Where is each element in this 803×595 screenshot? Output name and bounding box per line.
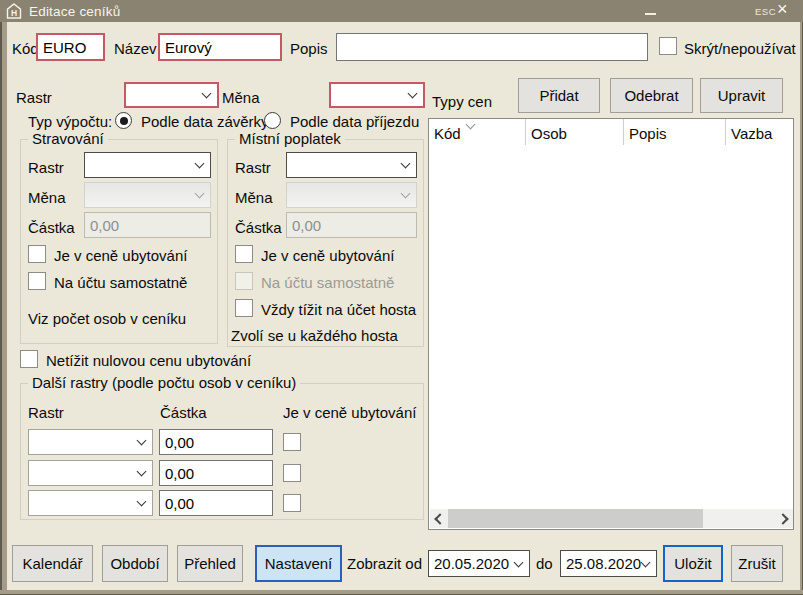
table-header-vazba[interactable]: Vazba [731,125,772,142]
titlebar: H Editace ceníků [0,0,803,22]
stravovani-title: Stravování [28,130,108,147]
zrusit-button[interactable]: Zrušit [731,545,783,582]
skryt-checkbox[interactable] [659,37,677,55]
dalsi-cena-checkbox-2[interactable] [283,464,301,482]
minimize-button[interactable] [645,13,656,15]
mena-label: Měna [222,89,260,106]
nazev-label: Název [114,40,157,57]
column-divider [525,119,526,145]
radio-podle-data-zaverky[interactable] [115,112,132,129]
mistni-poplatek-title: Místní poplatek [235,130,345,147]
stravovani-mena-label: Měna [28,189,66,206]
rastr-combo[interactable] [124,82,219,108]
column-divider [725,119,726,145]
radio-zaverky-label[interactable]: Podle data závěrky [141,113,269,130]
rastr-label: Rastr [16,89,52,106]
stravovani-je-v-cene-checkbox[interactable] [28,245,46,263]
chevron-down-icon [195,159,205,169]
mistni-mena-label: Měna [235,189,273,206]
date-to-combo[interactable]: 25.08.2020 [560,550,657,577]
mistni-castka-label: Částka [235,219,282,236]
netizit-checkbox[interactable] [20,350,38,368]
scroll-right-icon[interactable] [777,513,788,524]
dalsi-rastr-combo-2[interactable] [28,460,153,486]
chevron-down-icon [195,189,205,199]
popis-input[interactable] [336,33,648,61]
typy-cen-table[interactable]: Kód Osob Popis Vazba [428,118,794,530]
mistni-note: Zvolí se u každého hosta [231,327,398,344]
chevron-down-icon [401,159,411,169]
table-header-kod[interactable]: Kód [434,125,461,142]
pridat-button[interactable]: Přidat [518,78,600,113]
stravovani-na-uctu-checkbox[interactable] [28,272,46,290]
scrollbar-thumb[interactable] [448,509,703,528]
popis-label: Popis [290,40,328,57]
typ-vypoctu-label: Typ výpočtu: [28,113,112,130]
chevron-down-icon [641,557,651,567]
prehled-button[interactable]: Přehled [177,545,243,582]
typy-cen-label: Typy cen [432,93,492,110]
skryt-label: Skrýt/nepoužívat [684,40,796,57]
kalendar-button[interactable]: Kalendář [12,545,93,582]
stravovani-note: Viz počet osob v ceníku [28,310,186,327]
obdobi-button[interactable]: Období [102,545,168,582]
mistni-na-uctu-checkbox [235,272,253,290]
window-frame-left [0,22,7,595]
chevron-down-icon [401,189,411,199]
mistni-je-v-cene-checkbox[interactable] [235,245,253,263]
dalsi-castka-input-2[interactable] [159,460,273,486]
chevron-down-icon [137,436,147,446]
mistni-rastr-label: Rastr [235,159,271,176]
dalsi-col-cena: Je v ceně ubytování [283,404,416,421]
chevron-down-icon [137,467,147,477]
stravovani-na-uctu-label[interactable]: Na účtu samostatně [54,274,187,291]
table-header-popis[interactable]: Popis [629,125,667,142]
mena-combo[interactable] [329,82,425,108]
close-icon[interactable]: × [777,0,788,20]
kod-label: Kód [12,40,39,57]
dalsi-cena-checkbox-3[interactable] [283,494,301,512]
zobrazit-od-label: Zobrazit od [347,555,422,572]
mistni-je-v-cene-label[interactable]: Je v ceně ubytování [261,247,394,264]
nastaveni-button[interactable]: Nastavení [255,545,342,582]
dalsi-castka-input-3[interactable] [159,490,273,516]
mistni-mena-combo [286,182,417,208]
stravovani-je-v-cene-label[interactable]: Je v ceně ubytování [54,247,187,264]
radio-podle-data-prijezdu[interactable] [264,112,281,129]
date-to-value: 25.08.2020 [566,555,641,572]
chevron-down-icon [202,89,212,99]
ulozit-button[interactable]: Uložit [663,545,723,582]
mistni-vzdy-tizit-checkbox[interactable] [235,299,253,317]
dalsi-col-rastr: Rastr [28,404,64,421]
mistni-vzdy-tizit-label[interactable]: Vždy tížit na účet hosta [261,301,416,318]
mistni-rastr-combo[interactable] [286,152,417,178]
do-label: do [536,555,553,572]
nazev-input[interactable] [158,33,282,61]
dalsi-rastr-combo-3[interactable] [28,490,153,516]
stravovani-castka-input [84,212,211,238]
dalsi-cena-checkbox-1[interactable] [283,433,301,451]
app-house-icon: H [6,3,22,19]
dalsi-rastr-combo-1[interactable] [28,429,153,455]
column-divider [623,119,624,145]
radio-prijezdu-label[interactable]: Podle data příjezdu [290,113,419,130]
chevron-down-icon [514,557,524,567]
dalsi-castka-input-1[interactable] [159,429,273,455]
editace-ceniku-dialog: H Editace ceníků ESC × Kód Název Popis S… [0,0,803,595]
scroll-left-icon[interactable] [434,513,445,524]
sort-chevron-icon [466,120,476,130]
kod-input[interactable] [36,33,105,61]
dalsi-rastry-title: Další rastry (podle počtu osob v ceníku) [28,374,300,391]
chevron-down-icon [408,89,418,99]
horizontal-scrollbar[interactable] [430,509,793,528]
odebrat-button[interactable]: Odebrat [610,78,693,113]
svg-text:H: H [11,8,17,18]
table-header-osob[interactable]: Osob [531,125,567,142]
upravit-button[interactable]: Upravit [700,78,783,113]
stravovani-rastr-combo[interactable] [84,152,211,178]
window-title: Editace ceníků [29,4,120,19]
window-frame-bottom [0,590,803,595]
esc-button[interactable]: ESC [755,6,776,17]
netizit-label[interactable]: Netížit nulovou cenu ubytování [46,352,251,369]
date-from-combo[interactable]: 20.05.2020 [428,550,530,577]
